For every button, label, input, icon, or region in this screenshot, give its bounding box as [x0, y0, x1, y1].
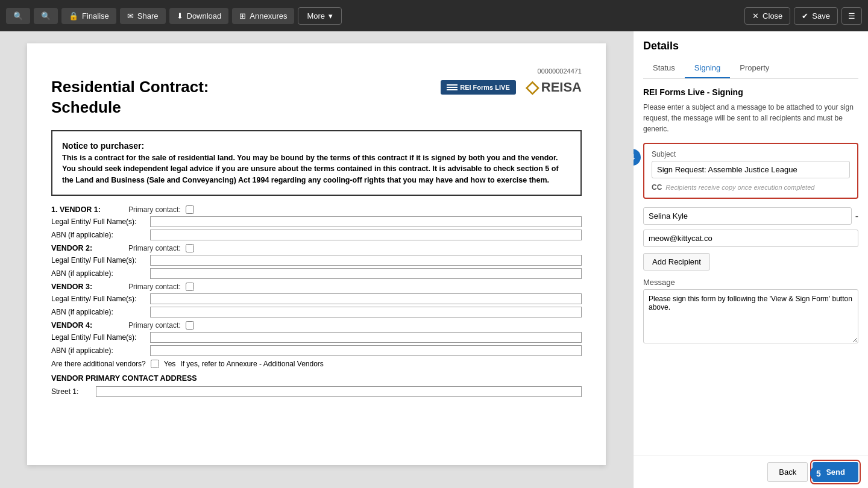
- document-header: Residential Contract: Schedule REI Forms…: [51, 77, 582, 118]
- vendor3-abn-row: ABN (if applicable):: [51, 307, 582, 318]
- subject-label: Subject: [652, 150, 850, 158]
- close-icon: ✕: [752, 11, 759, 20]
- sidebar-tabs: Status Signing Property: [643, 58, 858, 79]
- vendor3-primary-contact-checkbox[interactable]: [186, 283, 194, 291]
- signing-description: Please enter a subject and a message to …: [643, 102, 858, 134]
- zoom-out-icon: 🔍: [13, 11, 23, 20]
- vendor4-abn-row: ABN (if applicable):: [51, 345, 582, 356]
- main-layout: 000000024471 Residential Contract: Sched…: [0, 31, 868, 488]
- toolbar-right: ✕ Close ✔ Save ☰: [744, 7, 862, 25]
- step4-badge: 4: [634, 149, 641, 166]
- vendor4-legal-entity-row: Legal Entity/ Full Name(s):: [51, 332, 582, 343]
- sidebar-content: REI Forms Live - Signing Please enter a …: [634, 79, 868, 455]
- vendor2-header-row: VENDOR 2: Primary contact:: [51, 244, 582, 252]
- vendor1-header-row: 1. VENDOR 1: Primary contact:: [51, 205, 582, 214]
- document-title: Residential Contract: Schedule: [51, 77, 209, 118]
- grid-icon: ⊞: [239, 11, 246, 20]
- message-textarea[interactable]: Please sign this form by following the '…: [643, 289, 858, 343]
- back-button[interactable]: Back: [767, 462, 808, 482]
- tab-status[interactable]: Status: [643, 58, 685, 78]
- download-icon: ⬇: [177, 11, 183, 20]
- vendor-address-section-title: VENDOR PRIMARY CONTACT ADDRESS: [51, 374, 582, 383]
- vendor3-section: VENDOR 3: Primary contact: Legal Entity/…: [51, 283, 582, 318]
- vendor4-primary-contact-checkbox[interactable]: [186, 321, 194, 330]
- vendor3-abn-input[interactable]: [150, 307, 582, 318]
- recipient-name-input[interactable]: [643, 207, 852, 225]
- vendor1-section: 1. VENDOR 1: Primary contact: Legal Enti…: [51, 205, 582, 240]
- more-button[interactable]: More ▾: [298, 7, 342, 25]
- document-area: 000000024471 Residential Contract: Sched…: [0, 31, 633, 488]
- street1-row: Street 1:: [51, 386, 582, 397]
- vendor4-header-row: VENDOR 4: Primary contact:: [51, 321, 582, 330]
- vendor2-legal-entity-row: Legal Entity/ Full Name(s):: [51, 255, 582, 266]
- additional-vendors-row: Are there additional vendors? Yes If yes…: [51, 360, 582, 368]
- recipient-row: -: [643, 207, 858, 225]
- finalise-button[interactable]: 🔒 Finalise: [61, 8, 116, 24]
- vendor2-abn-input[interactable]: [150, 268, 582, 279]
- vendor2-section: VENDOR 2: Primary contact: Legal Entity/…: [51, 244, 582, 279]
- vendor4-section: VENDOR 4: Primary contact: Legal Entity/…: [51, 321, 582, 356]
- diamond-icon: ◇: [526, 77, 539, 97]
- share-button[interactable]: ✉ Share: [120, 8, 166, 24]
- step4-wrapper: 4 Subject CC Recipients receive copy onc…: [643, 143, 858, 199]
- additional-vendors-checkbox[interactable]: [151, 360, 159, 368]
- vendor1-abn-input[interactable]: [150, 230, 582, 240]
- sidebar: Details Status Signing Property REI Form…: [633, 31, 868, 488]
- cc-label: CC: [652, 183, 662, 192]
- vendor2-primary-contact-checkbox[interactable]: [186, 244, 194, 252]
- zoom-out-button[interactable]: 🔍: [6, 8, 30, 24]
- subject-input[interactable]: [652, 161, 850, 178]
- step5-badge: 5: [810, 465, 827, 482]
- annexures-button[interactable]: ⊞ Annexures: [232, 8, 294, 24]
- vendor1-legal-entity-row: Legal Entity/ Full Name(s):: [51, 216, 582, 227]
- recipient-remove-button[interactable]: -: [855, 211, 858, 222]
- tab-property[interactable]: Property: [730, 58, 779, 78]
- lock-icon: 🔒: [69, 11, 78, 20]
- zoom-in-button[interactable]: 🔍: [34, 8, 58, 24]
- add-recipient-button[interactable]: Add Recipient: [643, 253, 710, 271]
- toolbar: 🔍 🔍 🔒 Finalise ✉ Share ⬇ Download ⊞ Anne…: [0, 0, 868, 31]
- vendor3-header-row: VENDOR 3: Primary contact:: [51, 283, 582, 291]
- document-id: 000000024471: [538, 67, 582, 75]
- cc-description: Recipients receive copy once execution c…: [665, 184, 814, 191]
- document-page: 000000024471 Residential Contract: Sched…: [27, 43, 606, 465]
- close-button[interactable]: ✕ Close: [744, 7, 790, 25]
- share-icon: ✉: [127, 11, 134, 20]
- tab-signing[interactable]: Signing: [685, 58, 730, 78]
- chevron-down-icon: ▾: [329, 11, 333, 20]
- vendor1-legal-entity-input[interactable]: [150, 216, 582, 227]
- signing-title: REI Forms Live - Signing: [643, 87, 858, 97]
- sidebar-header: Details Status Signing Property: [634, 31, 868, 79]
- cc-row: CC Recipients receive copy once executio…: [652, 183, 850, 192]
- checkmark-icon: ✔: [802, 11, 808, 20]
- sidebar-footer: 5 Back Send: [634, 455, 868, 488]
- vendor4-abn-input[interactable]: [150, 345, 582, 356]
- vendor2-legal-entity-input[interactable]: [150, 255, 582, 266]
- sidebar-title: Details: [643, 40, 858, 52]
- menu-button[interactable]: ☰: [841, 7, 862, 25]
- vendor1-primary-contact-checkbox[interactable]: [186, 205, 194, 214]
- recipient-email-input[interactable]: [643, 230, 858, 247]
- subject-section: Subject CC Recipients receive copy once …: [643, 143, 858, 199]
- vendor1-abn-row: ABN (if applicable):: [51, 230, 582, 240]
- vendor3-legal-entity-input[interactable]: [150, 293, 582, 304]
- download-button[interactable]: ⬇ Download: [169, 8, 229, 24]
- vendor3-legal-entity-row: Legal Entity/ Full Name(s):: [51, 293, 582, 304]
- save-button[interactable]: ✔ Save: [794, 7, 838, 25]
- zoom-in-icon: 🔍: [41, 11, 51, 20]
- vendor2-abn-row: ABN (if applicable):: [51, 268, 582, 279]
- notice-box: Notice to purchaser: This is a contract …: [51, 130, 582, 196]
- hamburger-icon: ☰: [848, 11, 855, 20]
- reisa-logo: ◇ REISA: [526, 77, 582, 97]
- vendor4-legal-entity-input[interactable]: [150, 332, 582, 343]
- forms-live-logo: REI Forms LIVE: [441, 80, 516, 95]
- message-label: Message: [643, 278, 858, 287]
- document-logos: REI Forms LIVE ◇ REISA: [441, 77, 582, 97]
- street1-input[interactable]: [96, 386, 582, 397]
